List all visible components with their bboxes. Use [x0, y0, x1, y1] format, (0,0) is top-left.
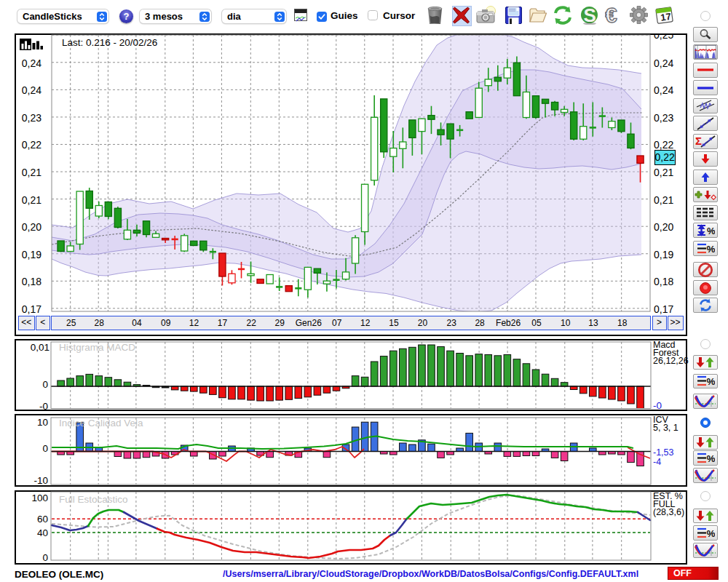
- svg-text:%: %: [707, 226, 715, 236]
- svg-text:%: %: [707, 244, 716, 255]
- svg-text:%: %: [707, 376, 716, 387]
- svg-text:%: %: [707, 453, 716, 464]
- svg-text:Σ: Σ: [695, 135, 702, 147]
- svg-text:%: %: [707, 528, 716, 539]
